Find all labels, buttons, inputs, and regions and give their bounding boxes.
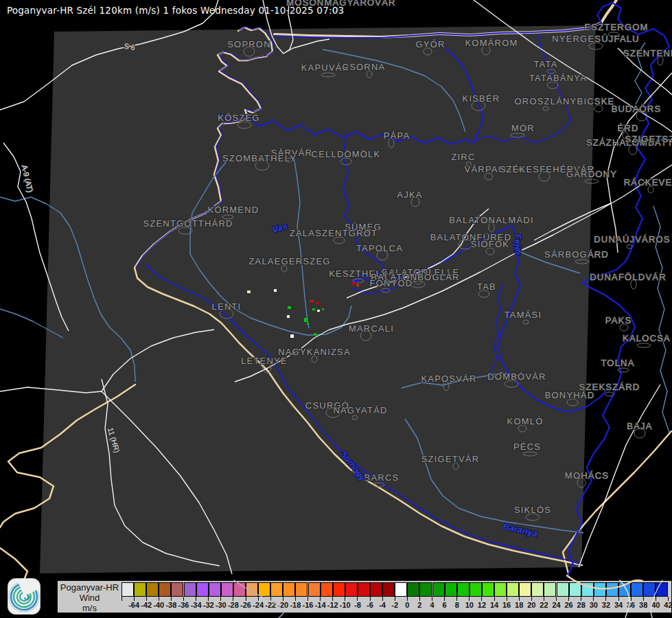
radar-echo [321,305,323,306]
legend-swatch [544,582,556,597]
city-label: BONYHÁD [545,390,595,400]
radar-echo [312,308,315,310]
city-label: BARCS [364,472,399,483]
legend-swatch [507,582,519,597]
legend-panel: Poganyvar-HR Wind m/s -64-42-40-38-36-34… [57,580,672,613]
radar-echo [274,289,277,292]
city-label: TATA [533,59,557,69]
radar-echo [288,306,291,309]
legend-tick [121,597,122,601]
city-label: DOMBÓVÁR [487,371,546,382]
settlement-outline [648,186,653,193]
city-label: BUDAÖRS [612,104,662,114]
city-label: SIÓFOK [471,239,509,249]
city-label: MÓR [511,123,535,133]
city-label: ÉRD [617,123,638,133]
legend-texts: Poganyvar-HR Wind m/s [58,581,121,614]
city-label: KOMLÓ [507,416,544,426]
radar-app-logo [8,578,40,615]
legend-swatch [419,582,432,597]
city-label: GÁRDONY [566,169,617,179]
city-label: SÁRBOGÁRD [544,249,609,260]
radar-echo [314,333,316,336]
settlement-outline [627,244,632,249]
legend-swatch [246,582,258,597]
legend-swatch [270,582,283,597]
city-label: ZALASZENTGRÓT [290,228,378,238]
city-label: KAPOSVÁR [421,374,476,384]
legend-swatch [308,582,321,597]
city-label: CELLDÖMÖLK [312,149,381,159]
legend-swatch [121,582,134,597]
legend-swatch [569,582,581,597]
legend-field-name: Wind [58,593,121,603]
legend-swatch [557,582,569,597]
legend-swatch [382,582,395,597]
legend-swatch [395,582,407,597]
legend-swatch [432,582,445,597]
city-label: SZIGETSZENTMIKLÓS [625,134,672,144]
legend-swatch [482,582,494,597]
city-label: FONYÓD [370,278,413,288]
legend-color-scale: -64-42-40-38-36-34-32-30-28-26-24-22-20-… [121,582,671,611]
legend-tick-label: 42 [658,601,672,609]
radar-echo [290,334,294,338]
city-label: SZENTGOTTHÁRD [143,218,233,229]
radar-echo [307,323,309,325]
city-label: ZIRC [451,152,475,162]
city-label: SOPRON [227,39,271,49]
radar-map: MOSONMAGYARÓVÁRGYŐRSOPRONKAPUVÁRCSORNAKO… [0,0,672,618]
city-label: KŐSZEG [218,113,259,123]
city-label: BICSKE [577,96,615,106]
city-label: NAGYKANIZSA [278,347,351,357]
legend-swatch [531,582,544,597]
radar-echo [247,290,251,293]
city-label: NYERGESÚJFALU [552,34,640,44]
city-label: MOHÁCS [565,470,609,481]
city-label: TATABÁNYA [529,73,587,83]
legend-swatch [581,582,594,597]
legend-unit: m/s [58,603,121,613]
legend-swatch [643,582,656,597]
legend-swatch [494,582,507,597]
road-label: A-9 (AT) [20,164,34,193]
city-label: TAMÁSI [505,310,542,320]
legend-swatch [470,582,482,597]
city-label: ESZTERGOM [584,22,648,32]
radar-echo [352,282,356,285]
legend-swatch [146,582,159,597]
product-title: Poganyvar-HR Szél 120km (m/s) 1 fokos We… [7,5,344,16]
settlement-outline [637,343,651,347]
city-label: KALOCSA [623,333,671,343]
city-label: SZENTENDRE [623,48,672,58]
city-label: SZOMBATHELY [222,153,297,163]
legend-swatch [184,582,196,597]
city-label: DUNAÚJVÁROS [594,234,670,244]
settlement-outline [594,105,603,112]
city-label: SIKLÓS [514,505,551,515]
county-label: Fejér [513,233,523,255]
city-label: TAB [477,282,496,292]
radar-echo [310,300,314,302]
radar-app-window: MOSONMAGYARÓVÁRGYŐRSOPRONKAPUVÁRCSORNAKO… [0,0,672,618]
legend-swatch [321,582,333,597]
city-label: PAKS [605,315,632,325]
legend-swatch [171,582,183,597]
legend-swatch [196,582,209,597]
legend-swatch [618,582,631,597]
city-label: MARCALI [349,323,394,334]
legend-swatch [345,582,358,597]
city-label: RÁCKEVE [624,177,672,187]
legend-swatch [159,582,171,597]
legend-swatch [258,582,270,597]
legend-swatch [606,582,618,597]
legend-swatch [370,582,382,597]
legend-swatch [134,582,146,597]
city-label: KISBÉR [463,93,500,104]
legend-swatch [457,582,470,597]
city-label: SZIGETVÁR [421,454,479,464]
radar-echo [316,302,319,304]
city-label: BAJA [627,421,652,431]
city-label: LENTI [212,301,242,312]
legend-swatch [358,582,370,597]
